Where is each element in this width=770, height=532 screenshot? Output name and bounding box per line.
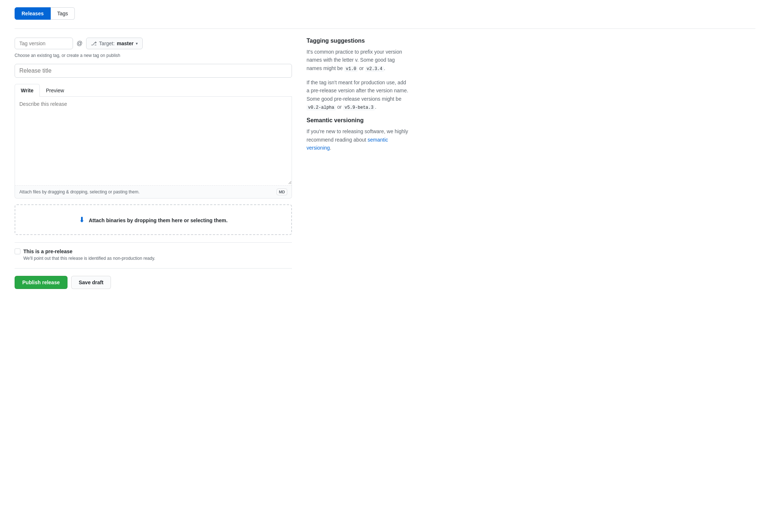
tab-preview[interactable]: Preview: [40, 84, 70, 97]
prerelease-checkbox[interactable]: [15, 248, 20, 254]
target-branch-button[interactable]: ⎇ Target: master ▾: [86, 38, 143, 49]
tagging-suggestions-para2: If the tag isn't meant for production us…: [307, 78, 409, 111]
branch-icon: ⎇: [91, 41, 97, 46]
tag-version-input[interactable]: [15, 38, 73, 49]
target-branch-name: master: [117, 41, 134, 46]
prerelease-section: This is a pre-release We'll point out th…: [15, 242, 292, 261]
tab-releases[interactable]: Releases: [15, 7, 51, 20]
at-symbol: @: [77, 40, 82, 47]
release-title-input[interactable]: [15, 64, 292, 78]
textarea-footer: Attach files by dragging & dropping, sel…: [15, 185, 292, 198]
textarea-wrapper: Attach files by dragging & dropping, sel…: [15, 97, 292, 198]
release-description-textarea[interactable]: [15, 97, 292, 184]
markdown-icon: MD: [277, 189, 287, 195]
attach-binaries-area[interactable]: ⬇ Attach binaries by dropping them here …: [15, 204, 292, 235]
tag-hint: Choose an existing tag, or create a new …: [15, 53, 292, 58]
tab-write[interactable]: Write: [15, 84, 40, 97]
semantic-versioning-title: Semantic versioning: [307, 117, 409, 124]
prerelease-hint: We'll point out that this release is ide…: [15, 256, 292, 261]
prerelease-label: This is a pre-release: [23, 248, 73, 254]
main-layout: @ ⎇ Target: master ▾ Choose an existing …: [15, 38, 755, 289]
attach-text: Attach files by dragging & dropping, sel…: [19, 189, 140, 194]
write-preview-tabs: Write Preview: [15, 84, 292, 97]
attach-binaries-text: Attach binaries by dropping them here or…: [89, 217, 227, 223]
right-panel: Tagging suggestions It's common practice…: [307, 38, 409, 158]
save-draft-button[interactable]: Save draft: [71, 276, 111, 289]
publish-release-button[interactable]: Publish release: [15, 276, 68, 289]
prerelease-row: This is a pre-release: [15, 248, 292, 254]
tag-version-row: @ ⎇ Target: master ▾: [15, 38, 292, 49]
tagging-suggestions-para1: It's common practice to prefix your vers…: [307, 48, 409, 73]
semantic-versioning-para: If you're new to releasing software, we …: [307, 127, 409, 152]
chevron-down-icon: ▾: [136, 41, 138, 46]
divider: [15, 28, 755, 29]
tabs-container: Releases Tags: [15, 7, 755, 20]
buttons-row: Publish release Save draft: [15, 268, 292, 289]
download-arrow-icon: ⬇: [79, 216, 85, 224]
tab-tags[interactable]: Tags: [51, 7, 75, 20]
tagging-suggestions-title: Tagging suggestions: [307, 38, 409, 44]
target-label: Target:: [99, 41, 115, 46]
left-panel: @ ⎇ Target: master ▾ Choose an existing …: [15, 38, 292, 289]
